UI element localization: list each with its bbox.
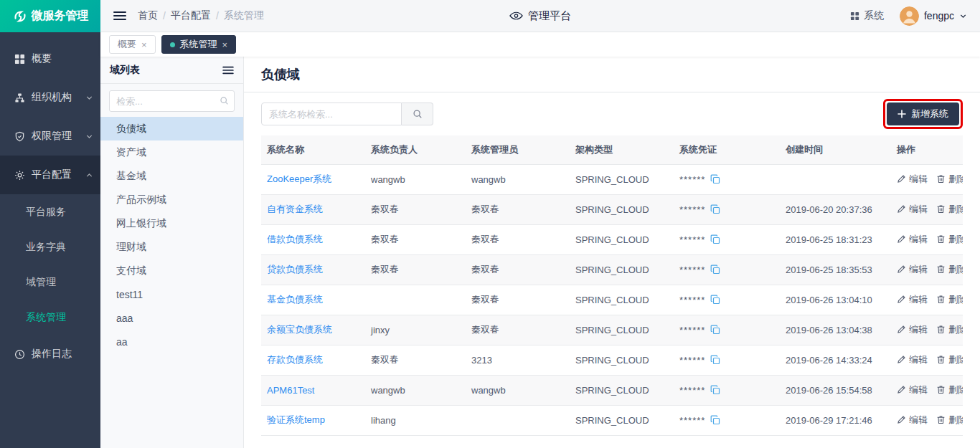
system-name-link[interactable]: 存款负债系统 <box>267 354 323 365</box>
edit-button[interactable]: 编辑 <box>897 233 928 246</box>
delete-button[interactable]: 删除 <box>936 414 963 426</box>
system-name-link[interactable]: 余额宝负债系统 <box>267 324 332 335</box>
domain-item[interactable]: 支付域 <box>100 259 243 282</box>
credential-cell: ****** <box>679 295 774 305</box>
edit-button[interactable]: 编辑 <box>897 203 928 216</box>
search-button[interactable] <box>402 103 433 125</box>
sidebar-item[interactable]: 操作日志 <box>0 335 100 373</box>
domain-search <box>109 90 235 112</box>
panel-menu-icon[interactable] <box>222 66 234 75</box>
edit-button[interactable]: 编辑 <box>897 323 928 336</box>
user-menu[interactable]: fengpc <box>900 6 967 26</box>
copy-icon[interactable] <box>710 204 720 214</box>
system-search-group <box>261 103 433 125</box>
copy-icon[interactable] <box>710 325 720 335</box>
copy-icon[interactable] <box>710 234 720 244</box>
breadcrumb-item[interactable]: 平台配置 <box>171 9 211 22</box>
app-title: 微服务管理 <box>32 9 89 24</box>
sidebar-item[interactable]: 组织机构 <box>0 78 100 117</box>
breadcrumb-item[interactable]: 首页 <box>138 9 158 22</box>
system-name-link[interactable]: 基金负债系统 <box>267 294 323 305</box>
credential-mask: ****** <box>679 385 705 396</box>
annotation-highlight: 新增系统 <box>883 99 963 129</box>
sidebar-subitem[interactable]: 业务字典 <box>0 229 100 264</box>
delete-icon <box>936 355 946 364</box>
edit-button[interactable]: 编辑 <box>897 173 928 186</box>
edit-button[interactable]: 编辑 <box>897 383 928 396</box>
delete-button[interactable]: 删除 <box>936 293 963 306</box>
domain-search-input[interactable] <box>109 90 235 112</box>
sidebar-item-label: 操作日志 <box>32 348 72 361</box>
actions-cell: 编辑删除 <box>891 285 963 315</box>
edit-icon <box>897 204 906 214</box>
domain-item[interactable]: aaa <box>100 306 243 330</box>
system-name-link[interactable]: 借款负债系统 <box>267 234 323 244</box>
sidebar-item[interactable]: 概要 <box>0 39 100 78</box>
add-system-button[interactable]: 新增系统 <box>887 103 959 125</box>
sidebar-item[interactable]: 权限管理 <box>0 117 100 156</box>
domain-list: 负债域资产域基金域产品示例域网上银行域理财域支付域test11aaaaa <box>100 117 243 353</box>
domain-item[interactable]: aa <box>100 330 243 353</box>
edit-button[interactable]: 编辑 <box>897 263 928 276</box>
delete-icon <box>936 415 946 424</box>
column-header: 操作 <box>891 135 963 164</box>
copy-icon[interactable] <box>710 385 720 395</box>
system-name-link[interactable]: 自有资金系统 <box>267 204 323 214</box>
edit-button[interactable]: 编辑 <box>897 293 928 306</box>
sidebar-subitem[interactable]: 平台服务 <box>0 194 100 229</box>
column-header: 系统凭证 <box>674 135 780 164</box>
delete-icon <box>936 264 946 274</box>
user-name: fengpc <box>924 10 954 22</box>
domain-item[interactable]: test11 <box>100 282 243 306</box>
domain-item[interactable]: 基金域 <box>100 164 243 188</box>
workspace-switch[interactable]: 系统 <box>850 9 884 22</box>
copy-icon[interactable] <box>710 174 720 184</box>
tab[interactable]: 概要× <box>109 35 156 54</box>
system-name-link[interactable]: 验证系统temp <box>267 414 325 425</box>
domain-item[interactable]: 产品示例域 <box>100 188 243 211</box>
delete-button[interactable]: 删除 <box>936 203 963 216</box>
collapse-menu-icon[interactable] <box>113 11 126 21</box>
domain-item[interactable]: 资产域 <box>100 140 243 164</box>
grid-icon <box>850 11 859 21</box>
system-name-link[interactable]: APM61Test <box>267 385 314 396</box>
sidebar-subitem[interactable]: 系统管理 <box>0 300 100 335</box>
tab-close-icon[interactable]: × <box>141 39 147 50</box>
system-search-input[interactable] <box>261 103 402 125</box>
delete-button[interactable]: 删除 <box>936 263 963 276</box>
delete-button[interactable]: 删除 <box>936 233 963 246</box>
platform-title: 管理平台 <box>509 9 571 23</box>
admin-cell <box>466 405 570 435</box>
logo-icon <box>12 9 28 24</box>
copy-icon[interactable] <box>710 295 720 305</box>
domain-item[interactable]: 理财域 <box>100 235 243 259</box>
system-name-link[interactable]: ZooKeeper系统 <box>267 173 331 184</box>
delete-button[interactable]: 删除 <box>936 383 963 396</box>
edit-button[interactable]: 编辑 <box>897 353 928 366</box>
copy-icon[interactable] <box>710 415 720 425</box>
copy-icon[interactable] <box>710 355 720 365</box>
platform-title-label: 管理平台 <box>528 9 571 23</box>
edit-button[interactable]: 编辑 <box>897 414 928 426</box>
breadcrumb-item[interactable]: 系统管理 <box>224 9 264 22</box>
delete-icon <box>936 325 946 334</box>
sidebar-subitem[interactable]: 域管理 <box>0 264 100 300</box>
breadcrumb: 首页/平台配置/系统管理 <box>138 9 264 22</box>
domain-item[interactable]: 负债域 <box>100 117 243 140</box>
domain-item[interactable]: 网上银行域 <box>100 211 243 235</box>
delete-button[interactable]: 删除 <box>936 173 963 186</box>
tab-close-icon[interactable]: × <box>222 39 228 50</box>
copy-icon[interactable] <box>710 264 720 275</box>
admin-cell: 秦双春 <box>466 285 570 315</box>
delete-button[interactable]: 删除 <box>936 353 963 366</box>
arch-cell: SPRING_CLOUD <box>570 315 674 345</box>
system-name-link[interactable]: 贷款负债系统 <box>267 264 323 275</box>
gear-icon <box>14 170 25 181</box>
tab[interactable]: 系统管理× <box>161 35 237 54</box>
sidebar-item[interactable]: 平台配置 <box>0 156 100 194</box>
owner-cell: 秦双春 <box>365 254 466 285</box>
delete-button[interactable]: 删除 <box>936 323 963 336</box>
admin-cell: 秦双春 <box>466 224 570 254</box>
actions-cell: 编辑删除 <box>891 224 963 254</box>
arch-cell: SPRING_CLOUD <box>570 164 674 194</box>
